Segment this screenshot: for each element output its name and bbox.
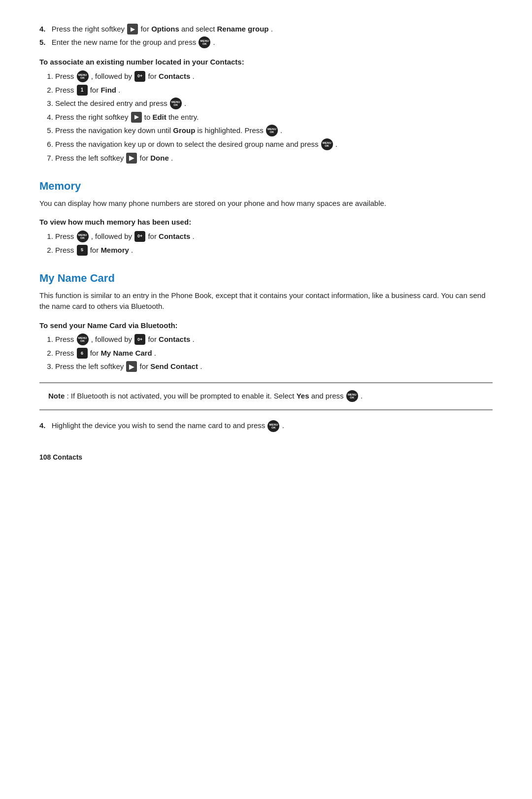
myname-heading: My Name Card	[39, 270, 493, 286]
menu-ok-icon-a6: MENUOK	[321, 138, 333, 150]
view-mem-step-1: Press MENUOK , followed by 0+ for Contac…	[55, 231, 493, 243]
assoc6-text: Press the navigation key up or down to s…	[55, 140, 321, 148]
menu-ok-icon-vm1: MENUOK	[77, 231, 89, 242]
assoc5-text: Press the navigation key down until	[55, 126, 173, 134]
step4-end: .	[271, 25, 273, 33]
assoc-step-6: Press the navigation key up or down to s…	[55, 139, 493, 151]
s1-end: .	[192, 335, 194, 343]
step4-renamegroup-bold: Rename group	[217, 25, 269, 33]
menu-ok-icon-a5: MENUOK	[266, 125, 278, 136]
assoc7-bold: Done	[150, 154, 169, 162]
s2-bold: My Name Card	[100, 349, 152, 357]
menu-ok-icon-a3: MENUOK	[170, 98, 182, 109]
vm2-bold: Memory	[100, 246, 129, 254]
s3-for: for	[140, 362, 151, 370]
assoc1-followed: , followed by	[91, 72, 134, 80]
note-end2: .	[361, 392, 363, 400]
assoc-step-5: Press the navigation key down until Grou…	[55, 125, 493, 137]
step5-row: 5. Enter the new name for the group and …	[39, 37, 493, 49]
menu-ok-icon-note: MENUOK	[346, 390, 358, 402]
send-namecard-heading: To send your Name Card via Bluetooth:	[39, 320, 493, 332]
assoc4-text: Press the right softkey	[55, 113, 131, 121]
menu-ok-icon-step5: MENUOK	[199, 36, 210, 48]
zero-plus-icon-s1: 0+	[134, 334, 145, 345]
assoc7-text: Press the left softkey	[55, 154, 126, 162]
page-footer: 108 Contacts	[39, 452, 493, 463]
step4b-number: 4.	[39, 421, 46, 430]
step5-end: .	[213, 38, 215, 46]
step4-row: 4. Press the right softkey ▶ for Options…	[39, 24, 493, 35]
assoc-step-7: Press the left softkey ▶ for Done .	[55, 153, 493, 164]
step4-number: 4.	[39, 25, 46, 33]
six-icon-s2: 6	[77, 348, 88, 359]
associate-steps-list: Press MENUOK , followed by 0+ for Contac…	[55, 71, 493, 164]
step5-text: Enter the new name for the group and pre…	[52, 38, 197, 46]
menu-ok-icon-s1: MENUOK	[77, 333, 89, 345]
five-icon-vm2: 5	[77, 245, 88, 256]
myname-desc: This function is similar to an entry in …	[39, 290, 493, 312]
view-memory-steps-list: Press MENUOK , followed by 0+ for Contac…	[55, 231, 493, 256]
note-end: and press	[311, 392, 346, 400]
send-step-2: Press 6 for My Name Card .	[55, 348, 493, 359]
send-steps-list: Press MENUOK , followed by 0+ for Contac…	[55, 334, 493, 372]
assoc4-rest: the entry.	[168, 113, 199, 121]
left-softkey-icon-s3: ▶	[126, 361, 137, 372]
assoc2-end: .	[118, 86, 120, 94]
s3-end: .	[200, 362, 202, 370]
assoc1-bold: Contacts	[159, 72, 190, 80]
assoc1-press: Press	[55, 72, 76, 80]
vm1-press: Press	[55, 232, 76, 240]
right-softkey-icon-a4: ▶	[131, 112, 142, 123]
note-yes-bold: Yes	[297, 392, 309, 400]
s1-press: Press	[55, 335, 76, 343]
s2-for: for	[90, 349, 101, 357]
one-icon-a2: 1	[77, 85, 88, 96]
note-text: : If Bluetooth is not activated, you wil…	[67, 392, 295, 400]
send-step-3: Press the left softkey ▶ for Send Contac…	[55, 361, 493, 372]
s1-followed: , followed by	[91, 335, 134, 343]
s3-text: Press the left softkey	[55, 362, 126, 370]
assoc4-bold: Edit	[152, 113, 166, 121]
assoc3-text: Select the desired entry and press	[55, 99, 169, 107]
vm2-for: for	[90, 246, 101, 254]
view-mem-step-2: Press 5 for Memory .	[55, 245, 493, 256]
step5-number: 5.	[39, 38, 46, 46]
vm1-end: .	[192, 232, 194, 240]
vm1-followed: , followed by	[91, 232, 134, 240]
zero-plus-icon-a1: 0+	[134, 71, 145, 82]
vm1-for: for	[148, 232, 159, 240]
vm1-bold: Contacts	[159, 232, 190, 240]
assoc2-press: Press	[55, 86, 76, 94]
view-memory-heading: To view how much memory has been used:	[39, 217, 493, 228]
s2-press: Press	[55, 349, 76, 357]
assoc6-end: .	[335, 140, 337, 148]
step4b-row: 4. Highlight the device you wish to send…	[39, 420, 493, 432]
s1-bold: Contacts	[159, 335, 190, 343]
memory-heading: Memory	[39, 178, 493, 194]
s2-end: .	[154, 349, 156, 357]
note-box: Note : If Bluetooth is not activated, yo…	[39, 382, 493, 410]
send-step-1: Press MENUOK , followed by 0+ for Contac…	[55, 334, 493, 346]
assoc7-for: for	[140, 154, 151, 162]
step4-for: for	[140, 25, 151, 33]
step4b-end: .	[282, 421, 284, 430]
s1-for: for	[148, 335, 159, 343]
zero-plus-icon-vm1: 0+	[134, 231, 145, 242]
assoc5-end: .	[280, 126, 282, 134]
step4-options-bold: Options	[151, 25, 179, 33]
assoc-step-2: Press 1 for Find .	[55, 85, 493, 96]
s3-bold: Send Contact	[150, 362, 198, 370]
assoc2-bold: Find	[100, 86, 116, 94]
menu-ok-icon-a1: MENUOK	[77, 70, 89, 82]
step4-text: Press the right softkey	[52, 25, 125, 33]
menu-ok-icon-4b: MENUOK	[267, 420, 279, 432]
assoc4-to: to	[144, 113, 153, 121]
assoc1-end: .	[192, 72, 194, 80]
assoc2-for: for	[90, 86, 101, 94]
memory-desc: You can display how many phone numbers a…	[39, 198, 493, 209]
assoc3-end: .	[184, 99, 186, 107]
vm2-press: Press	[55, 246, 76, 254]
assoc-step-4: Press the right softkey ▶ to Edit the en…	[55, 112, 493, 123]
footer-text: 108 Contacts	[39, 453, 82, 461]
assoc7-end: .	[171, 154, 173, 162]
